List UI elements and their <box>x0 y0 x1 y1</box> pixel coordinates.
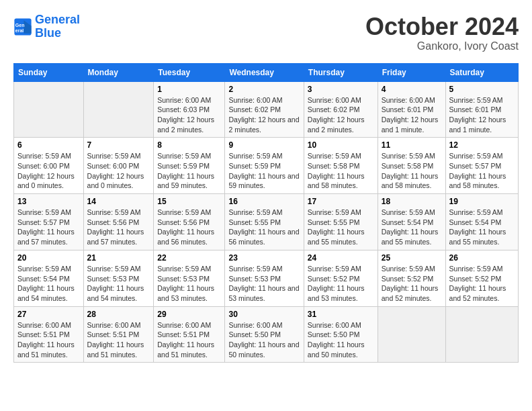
day-info: Sunrise: 5:59 AMSunset: 5:54 PMDaylight:… <box>382 208 442 247</box>
logo: Gen eral GeneralBlue <box>13 13 80 40</box>
day-number: 12 <box>449 140 515 150</box>
calendar-cell <box>83 81 154 138</box>
calendar-cell: 12Sunrise: 5:59 AMSunset: 5:57 PMDayligh… <box>445 138 518 194</box>
calendar-cell: 3Sunrise: 6:00 AMSunset: 6:02 PMDaylight… <box>304 81 378 138</box>
calendar-cell: 6Sunrise: 5:59 AMSunset: 6:00 PMDaylight… <box>14 138 84 194</box>
calendar-cell: 7Sunrise: 5:59 AMSunset: 6:00 PMDaylight… <box>83 138 154 194</box>
calendar-cell: 13Sunrise: 5:59 AMSunset: 5:57 PMDayligh… <box>14 194 84 250</box>
day-number: 23 <box>228 253 300 263</box>
day-number: 9 <box>228 140 300 150</box>
calendar-week-row: 13Sunrise: 5:59 AMSunset: 5:57 PMDayligh… <box>14 194 519 250</box>
weekday-header: Tuesday <box>154 63 225 81</box>
calendar-cell: 26Sunrise: 5:59 AMSunset: 5:52 PMDayligh… <box>445 250 518 306</box>
day-info: Sunrise: 5:59 AMSunset: 5:54 PMDaylight:… <box>449 208 515 247</box>
calendar-body: 1Sunrise: 6:00 AMSunset: 6:03 PMDaylight… <box>14 81 519 363</box>
day-number: 1 <box>157 85 221 94</box>
calendar-cell: 18Sunrise: 5:59 AMSunset: 5:54 PMDayligh… <box>378 194 445 250</box>
calendar-cell: 9Sunrise: 5:59 AMSunset: 5:59 PMDaylight… <box>225 138 304 194</box>
day-info: Sunrise: 6:00 AMSunset: 6:01 PMDaylight:… <box>382 95 442 135</box>
calendar-cell: 31Sunrise: 6:00 AMSunset: 5:50 PMDayligh… <box>304 306 378 363</box>
day-number: 10 <box>308 140 374 150</box>
day-info: Sunrise: 6:00 AMSunset: 5:50 PMDaylight:… <box>228 320 300 360</box>
location-subtitle: Gankoro, Ivory Coast <box>365 40 519 52</box>
calendar-week-row: 1Sunrise: 6:00 AMSunset: 6:03 PMDaylight… <box>14 81 519 138</box>
day-number: 25 <box>382 253 442 263</box>
day-info: Sunrise: 5:59 AMSunset: 5:55 PMDaylight:… <box>308 208 374 247</box>
header-row: SundayMondayTuesdayWednesdayThursdayFrid… <box>14 63 519 81</box>
calendar-cell: 21Sunrise: 5:59 AMSunset: 5:53 PMDayligh… <box>83 250 154 306</box>
day-number: 18 <box>382 197 442 206</box>
day-number: 6 <box>17 140 80 150</box>
calendar-cell: 23Sunrise: 5:59 AMSunset: 5:53 PMDayligh… <box>225 250 304 306</box>
calendar-cell: 28Sunrise: 6:00 AMSunset: 5:51 PMDayligh… <box>83 306 154 363</box>
calendar-cell <box>14 81 84 138</box>
calendar-cell: 15Sunrise: 5:59 AMSunset: 5:56 PMDayligh… <box>154 194 225 250</box>
calendar-cell: 22Sunrise: 5:59 AMSunset: 5:53 PMDayligh… <box>154 250 225 306</box>
day-number: 30 <box>228 310 300 319</box>
calendar-cell: 1Sunrise: 6:00 AMSunset: 6:03 PMDaylight… <box>154 81 225 138</box>
day-number: 11 <box>382 140 442 150</box>
day-info: Sunrise: 6:00 AMSunset: 5:50 PMDaylight:… <box>308 320 374 360</box>
day-info: Sunrise: 5:59 AMSunset: 6:00 PMDaylight:… <box>87 151 150 191</box>
weekday-header: Sunday <box>14 63 84 81</box>
day-info: Sunrise: 5:59 AMSunset: 5:58 PMDaylight:… <box>382 151 442 191</box>
day-number: 28 <box>87 310 150 319</box>
day-info: Sunrise: 5:59 AMSunset: 5:52 PMDaylight:… <box>308 264 374 304</box>
calendar-cell: 17Sunrise: 5:59 AMSunset: 5:55 PMDayligh… <box>304 194 378 250</box>
weekday-header: Friday <box>378 63 445 81</box>
day-info: Sunrise: 5:59 AMSunset: 5:57 PMDaylight:… <box>17 208 80 247</box>
calendar-cell <box>378 306 445 363</box>
day-info: Sunrise: 6:00 AMSunset: 5:51 PMDaylight:… <box>17 320 80 360</box>
day-info: Sunrise: 5:59 AMSunset: 5:55 PMDaylight:… <box>228 208 300 247</box>
day-info: Sunrise: 5:59 AMSunset: 5:52 PMDaylight:… <box>449 264 515 304</box>
calendar-cell: 29Sunrise: 6:00 AMSunset: 5:51 PMDayligh… <box>154 306 225 363</box>
day-number: 16 <box>228 197 300 206</box>
day-info: Sunrise: 5:59 AMSunset: 5:59 PMDaylight:… <box>228 151 300 191</box>
day-info: Sunrise: 5:59 AMSunset: 5:53 PMDaylight:… <box>87 264 150 304</box>
calendar-week-row: 20Sunrise: 5:59 AMSunset: 5:54 PMDayligh… <box>14 250 519 306</box>
calendar-cell: 16Sunrise: 5:59 AMSunset: 5:55 PMDayligh… <box>225 194 304 250</box>
calendar-cell: 25Sunrise: 5:59 AMSunset: 5:52 PMDayligh… <box>378 250 445 306</box>
day-info: Sunrise: 6:00 AMSunset: 6:02 PMDaylight:… <box>308 95 374 135</box>
day-info: Sunrise: 5:59 AMSunset: 6:01 PMDaylight:… <box>449 95 515 135</box>
page-header: Gen eral GeneralBlue October 2024 Gankor… <box>13 13 519 52</box>
day-number: 7 <box>87 140 150 150</box>
calendar-cell: 11Sunrise: 5:59 AMSunset: 5:58 PMDayligh… <box>378 138 445 194</box>
calendar-header: SundayMondayTuesdayWednesdayThursdayFrid… <box>14 63 519 81</box>
weekday-header: Wednesday <box>225 63 304 81</box>
day-number: 4 <box>382 85 442 94</box>
weekday-header: Monday <box>83 63 154 81</box>
calendar-cell: 14Sunrise: 5:59 AMSunset: 5:56 PMDayligh… <box>83 194 154 250</box>
day-number: 22 <box>157 253 221 263</box>
calendar-cell: 5Sunrise: 5:59 AMSunset: 6:01 PMDaylight… <box>445 81 518 138</box>
calendar-cell: 19Sunrise: 5:59 AMSunset: 5:54 PMDayligh… <box>445 194 518 250</box>
calendar-cell: 8Sunrise: 5:59 AMSunset: 5:59 PMDaylight… <box>154 138 225 194</box>
day-number: 13 <box>17 197 80 206</box>
day-number: 20 <box>17 253 80 263</box>
day-info: Sunrise: 6:00 AMSunset: 5:51 PMDaylight:… <box>157 320 221 360</box>
logo-text: GeneralBlue <box>35 13 80 40</box>
day-info: Sunrise: 5:59 AMSunset: 5:53 PMDaylight:… <box>157 264 221 304</box>
calendar-week-row: 6Sunrise: 5:59 AMSunset: 6:00 PMDaylight… <box>14 138 519 194</box>
weekday-header: Saturday <box>445 63 518 81</box>
day-number: 17 <box>308 197 374 206</box>
calendar-cell <box>445 306 518 363</box>
svg-text:eral: eral <box>15 28 24 33</box>
day-number: 3 <box>308 85 374 94</box>
day-number: 29 <box>157 310 221 319</box>
day-info: Sunrise: 5:59 AMSunset: 5:54 PMDaylight:… <box>17 264 80 304</box>
calendar-week-row: 27Sunrise: 6:00 AMSunset: 5:51 PMDayligh… <box>14 306 519 363</box>
logo-icon: Gen eral <box>13 17 32 36</box>
calendar-cell: 4Sunrise: 6:00 AMSunset: 6:01 PMDaylight… <box>378 81 445 138</box>
calendar-cell: 30Sunrise: 6:00 AMSunset: 5:50 PMDayligh… <box>225 306 304 363</box>
day-info: Sunrise: 5:59 AMSunset: 5:57 PMDaylight:… <box>449 151 515 191</box>
month-title: October 2024 <box>365 13 519 40</box>
calendar-cell: 10Sunrise: 5:59 AMSunset: 5:58 PMDayligh… <box>304 138 378 194</box>
day-number: 8 <box>157 140 221 150</box>
day-info: Sunrise: 5:59 AMSunset: 5:56 PMDaylight:… <box>87 208 150 247</box>
svg-text:Gen: Gen <box>15 23 25 28</box>
day-info: Sunrise: 6:00 AMSunset: 6:03 PMDaylight:… <box>157 95 221 135</box>
day-info: Sunrise: 6:00 AMSunset: 5:51 PMDaylight:… <box>87 320 150 360</box>
day-info: Sunrise: 5:59 AMSunset: 5:58 PMDaylight:… <box>308 151 374 191</box>
day-info: Sunrise: 5:59 AMSunset: 6:00 PMDaylight:… <box>17 151 80 191</box>
